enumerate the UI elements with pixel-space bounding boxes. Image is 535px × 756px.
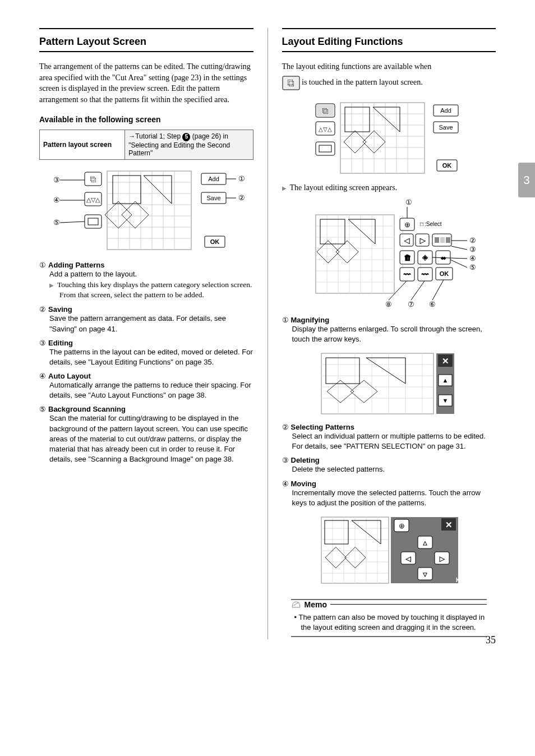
svg-rect-45 [340,103,425,173]
svg-line-107 [451,246,467,250]
item-3: ③Editing The patterns in the layout can … [39,339,253,367]
svg-text:Save: Save [206,195,220,201]
svg-rect-64 [316,215,394,293]
figure-layout-small: ⿻ △▽△ Add [310,99,467,178]
svg-text:Save: Save [439,124,453,131]
svg-text:OK: OK [210,238,220,245]
svg-rect-57 [345,107,370,132]
svg-text:▲: ▲ [422,540,428,546]
svg-text:▶: ▶ [440,555,445,562]
svg-text:✥: ✥ [422,254,428,262]
svg-text:〰: 〰 [404,271,411,279]
svg-rect-88 [440,237,445,243]
svg-rect-129 [326,358,359,384]
item-4: ④Auto Layout Automatically arrange the p… [39,372,253,400]
svg-rect-148 [325,520,348,544]
svg-text:✕: ✕ [442,356,449,366]
svg-text:⊕: ⊕ [399,522,405,530]
svg-line-11 [60,222,85,223]
svg-line-115 [411,281,425,300]
svg-text:⑥: ⑥ [429,300,436,308]
svg-text:④: ④ [469,254,476,262]
ref-table-left: Pattern layout screen [40,130,125,160]
svg-text:〰: 〰 [422,271,428,279]
ref-table-right: →Tutorial 1; Step 5 (page 26) in "Select… [125,130,253,160]
svg-line-117 [389,281,407,300]
svg-text:⑤: ⑤ [469,263,476,271]
left-column: Pattern Layout Screen The arrangement of… [39,28,253,639]
svg-text:◀: ◀ [404,237,410,245]
svg-text:③: ③ [53,176,60,184]
edit-icon: ⿻ [282,76,300,90]
svg-text:⿻: ⿻ [90,176,96,183]
svg-text:▲: ▲ [442,377,449,384]
intro-line-1: The layout editing functions are availab… [282,61,496,72]
svg-text:Add: Add [208,176,219,182]
item-r1: ①Magnifying Display the patterns enlarge… [282,316,496,344]
svg-text:⊕: ⊕ [404,220,411,229]
page-number: 35 [486,634,496,646]
result-text: The layout editing screen appears. [282,183,496,192]
svg-text:△▽△: △▽△ [86,196,100,203]
available-heading: Available in the following screen [39,115,253,124]
svg-rect-2 [85,215,102,228]
item-r2: ②Selecting Patterns Select an individual… [282,423,496,451]
svg-text:◀: ◀ [406,555,411,562]
item-5: ⑤Background Scanning Scan the material f… [39,405,253,464]
svg-text:②: ② [469,236,476,245]
figure-pattern-layout: ⿻ △▽△ ③ ④ ⑤ [45,165,247,255]
right-column: Layout Editing Functions The layout edit… [282,28,496,639]
svg-text:④: ④ [53,196,60,204]
memo-icon [291,600,301,609]
intro-line-2: is touched in the pattern layout screen. [302,78,423,86]
figure-editing-screen: ⊕ □ :Select ◀ ▶ 🗑 ✥ ⇔ 〰 〰 OK ① ② ③ [293,198,484,310]
item-r4: ④Moving Incrementally move the selected … [282,480,496,508]
svg-text:③: ③ [469,245,476,253]
svg-rect-77 [320,219,345,244]
figure-move: ⊕ ✕ ▲ ◀ ▶ ▼ K [316,514,462,587]
item-2: ②Saving Save the pattern arrangement as … [39,305,253,334]
intro-paragraph-left: The arrangement of the patterns can be e… [39,61,253,105]
svg-text:🗑: 🗑 [404,253,411,262]
svg-rect-12 [107,171,191,250]
svg-text:⑧: ⑧ [385,300,392,308]
svg-line-163 [293,602,299,606]
chapter-tab: 3 [518,163,535,197]
svg-text:OK: OK [442,162,452,169]
section-heading-left: Pattern Layout Screen [39,28,253,48]
svg-text:□: □ [420,221,423,227]
svg-line-113 [432,280,444,300]
svg-text:①: ① [405,198,412,206]
figure-magnify: ✕ ▲ ▼ [316,350,462,417]
svg-text:OK: OK [440,270,449,277]
svg-text:Add: Add [440,107,451,114]
memo-box: Memo • The pattern can also be moved by … [288,594,491,639]
svg-text:⿻: ⿻ [322,108,329,114]
svg-rect-40 [316,142,335,155]
svg-text:✕: ✕ [445,520,453,529]
svg-line-111 [450,260,467,268]
svg-text:▶: ▶ [420,237,426,245]
svg-rect-89 [446,237,450,243]
svg-rect-25 [113,176,141,204]
section-heading-right: Layout Editing Functions [282,28,496,48]
svg-text:⑤: ⑤ [53,218,60,227]
svg-text:▼: ▼ [422,571,428,578]
step-circle-icon: 5 [182,133,190,141]
svg-text:⑦: ⑦ [408,300,414,308]
svg-text:K: K [456,577,460,583]
svg-text::Select: :Select [425,221,442,227]
reference-table: Pattern layout screen →Tutorial 1; Step … [39,130,253,160]
item-r3: ③Deleting Delete the selected patterns. [282,456,496,474]
svg-text:①: ① [238,174,245,183]
svg-text:△▽△: △▽△ [319,126,332,132]
svg-text:②: ② [238,193,245,202]
svg-text:▼: ▼ [442,397,449,404]
item-1: ①Adding Patterns Add a pattern to the la… [39,261,253,301]
svg-text:⿻: ⿻ [287,79,294,87]
svg-rect-87 [435,237,439,243]
